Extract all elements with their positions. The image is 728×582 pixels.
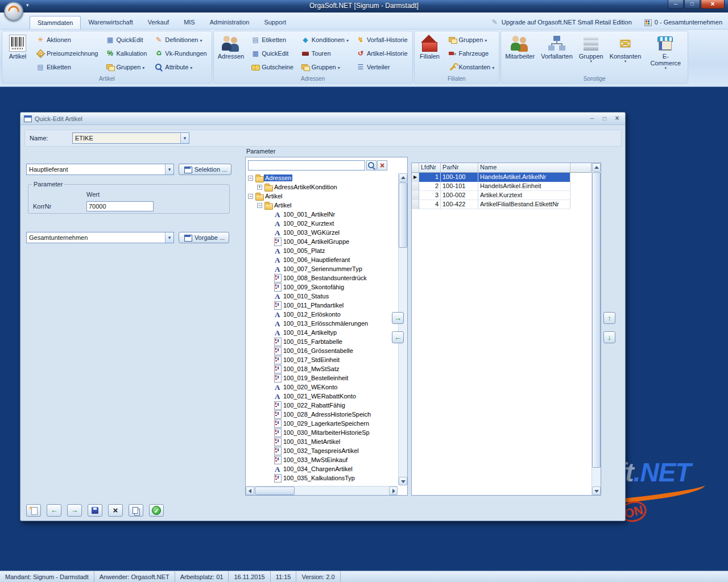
application-menu-button[interactable]	[4, 2, 23, 21]
chevron-down-icon[interactable]	[165, 232, 173, 243]
ribbon-button-vk-rundungen[interactable]: Vk-Rundungen	[152, 48, 208, 59]
tree-node[interactable]: 100_016_Grössentabelle	[246, 346, 398, 355]
tree-node[interactable]: 100_031_MietArtikel	[246, 437, 398, 446]
tree-node[interactable]: 100_014_Artikeltyp	[246, 328, 398, 337]
ribbon-button-konstanten[interactable]: Konstanten	[446, 61, 497, 73]
ribbon-button-e-commerce[interactable]: E-Commerce	[646, 34, 685, 70]
tree-node[interactable]: 100_017_StdEinheit	[246, 355, 398, 364]
ribbon-button-gruppen[interactable]: Gruppen	[299, 61, 350, 73]
tree-node[interactable]: 100_018_MwStSatz	[246, 364, 398, 373]
korrnr-input[interactable]	[86, 201, 154, 211]
delete-button[interactable]	[108, 504, 123, 517]
tree-node[interactable]: 100_011_Pfandartikel	[246, 301, 398, 310]
ribbon-button-konditionen[interactable]: Konditionen	[299, 34, 350, 45]
minimize-button[interactable]	[668, 0, 684, 9]
save-button[interactable]	[88, 504, 102, 517]
chevron-down-icon[interactable]	[180, 133, 189, 143]
ribbon-button-artikel[interactable]: Artikel	[5, 34, 30, 60]
ribbon-button-preisumzeichnung[interactable]: Preisumzeichnung	[34, 48, 100, 59]
copy-button[interactable]	[129, 504, 143, 517]
ribbon-button-fahrzeuge[interactable]: Fahrzeuge	[446, 48, 497, 59]
name-combo[interactable]: ETIKE	[72, 132, 189, 144]
remove-parameter-button[interactable]	[392, 331, 404, 343]
ribbon-button-vorfallarten[interactable]: Vorfallarten	[540, 34, 574, 60]
ribbon-button-etiketten[interactable]: Etiketten	[249, 34, 295, 45]
ribbon-button-touren[interactable]: Touren	[299, 48, 350, 59]
ribbon-button-konstanten[interactable]: Konstanten	[609, 34, 643, 64]
column-header-lfdnr[interactable]: LfdNr	[419, 163, 441, 173]
tree-node[interactable]: 100_003_WGKürzel	[246, 228, 398, 237]
tree-node[interactable]: 100_029_LagerkarteSpeichern	[246, 419, 398, 428]
ribbon-button-etiketten[interactable]: Etiketten	[34, 61, 100, 73]
tree-node[interactable]: 100_008_Bestandsunterdrück	[246, 273, 398, 282]
scroll-right-icon[interactable]	[389, 487, 398, 495]
ribbon-button-artikel-historie[interactable]: Artikel-Historie	[354, 48, 410, 59]
tab-verkauf[interactable]: Verkauf	[140, 16, 176, 29]
ribbon-button-aktionen[interactable]: Aktionen	[34, 34, 100, 45]
grid-row[interactable]: 2100-101HandelsArtikel.Einheit	[412, 182, 592, 191]
expander-icon[interactable]	[248, 194, 253, 199]
vorgabe-button[interactable]: Vorgabe ...	[179, 232, 229, 243]
hauptlieferant-combo[interactable]: Hauptlieferant	[26, 164, 174, 175]
gesamtunternehmen-combo[interactable]: Gesamtunternehmen	[26, 232, 174, 243]
tree-node[interactable]: Artikel	[246, 192, 398, 201]
column-header-name[interactable]: Name	[478, 163, 570, 173]
back-button[interactable]	[47, 504, 61, 517]
tree-node[interactable]: Adressen	[246, 173, 398, 182]
ribbon-button-gruppen[interactable]: Gruppen	[446, 34, 497, 45]
ribbon-button-gruppen[interactable]: Gruppen	[104, 61, 149, 73]
row-selector[interactable]	[412, 191, 419, 200]
tree-node[interactable]: 100_013_Erlösschmälerungen	[246, 319, 398, 328]
tab-warenwirtschaft[interactable]: Warenwirtschaft	[81, 16, 140, 29]
scroll-up-icon[interactable]	[399, 173, 407, 182]
chevron-down-icon[interactable]	[165, 164, 173, 174]
scrollbar-thumb[interactable]	[592, 172, 601, 468]
expander-icon[interactable]	[257, 203, 262, 208]
selektion-button[interactable]: Selektion ...	[179, 164, 231, 175]
expander-icon[interactable]	[257, 185, 262, 190]
tree-horizontal-scrollbar[interactable]	[246, 486, 398, 495]
tree-node[interactable]: 100_021_WERabattKonto	[246, 392, 398, 401]
row-selector[interactable]	[412, 182, 419, 191]
tree-node[interactable]: 100_015_Farbtabelle	[246, 337, 398, 346]
tree-node[interactable]: Artikel	[246, 201, 398, 210]
tree-node[interactable]: AdressArtikelKondition	[246, 182, 398, 192]
tree-node[interactable]: 100_012_Erlöskonto	[246, 310, 398, 319]
tree-node[interactable]: 100_032_TagespreisArtikel	[246, 446, 398, 455]
scrollbar-thumb[interactable]	[255, 487, 295, 495]
grid-row[interactable]: ▶1100-100HandelsArtikel.ArtikelNr	[412, 173, 592, 182]
upgrade-link[interactable]: Upgrade auf Orgasoft.NET Small Retail Ed…	[490, 18, 632, 27]
scroll-down-icon[interactable]	[399, 477, 407, 485]
tree-node[interactable]: 100_033_MwStEinkauf	[246, 455, 398, 464]
scroll-left-icon[interactable]	[246, 487, 254, 495]
tree-node[interactable]: 100_022_RabattFähig	[246, 401, 398, 410]
ribbon-button-definitionen[interactable]: Definitionen	[152, 34, 208, 45]
tree-node[interactable]: 100_019_Bestelleinheit	[246, 373, 398, 383]
scroll-up-icon[interactable]	[592, 163, 601, 172]
tab-mis[interactable]: MIS	[176, 16, 202, 29]
ribbon-button-attribute[interactable]: Attribute	[152, 61, 208, 73]
column-header-parnr[interactable]: ParNr	[441, 163, 478, 173]
dialog-maximize-button[interactable]	[600, 115, 609, 123]
tree-node[interactable]: 100_001_ArtikelNr	[246, 210, 398, 219]
row-selector[interactable]: ▶	[412, 173, 419, 182]
tree-node[interactable]: 100_009_Skontofähig	[246, 282, 398, 292]
clear-search-button[interactable]	[377, 160, 387, 171]
new-button[interactable]	[26, 504, 41, 517]
tab-administration[interactable]: Administration	[202, 16, 257, 29]
dialog-minimize-button[interactable]	[588, 115, 597, 123]
tree-node[interactable]: 100_010_Status	[246, 292, 398, 301]
tree-search-input[interactable]	[248, 160, 365, 171]
tree-node[interactable]: 100_035_KalkulationsTyp	[246, 473, 398, 483]
tree-node[interactable]: 100_034_ChargenArtikel	[246, 464, 398, 473]
ribbon-button-adressen[interactable]: Adressen	[217, 34, 245, 60]
tree-node[interactable]: 100_020_WEKonto	[246, 383, 398, 392]
ribbon-button-gutscheine[interactable]: Gutscheine	[249, 61, 295, 73]
move-up-button[interactable]	[603, 312, 615, 324]
tree-node[interactable]: 100_030_MitarbeiterHistorieSp	[246, 428, 398, 437]
forward-button[interactable]	[67, 504, 82, 517]
grid-row[interactable]: 4100-422ArtikelFilialBestand.EtikettNr	[412, 200, 592, 209]
ribbon-button-filialen[interactable]: Filialen	[417, 34, 442, 60]
scrollbar-thumb[interactable]	[399, 182, 407, 248]
tree-node[interactable]: 100_007_SeriennummerTyp	[246, 264, 398, 273]
